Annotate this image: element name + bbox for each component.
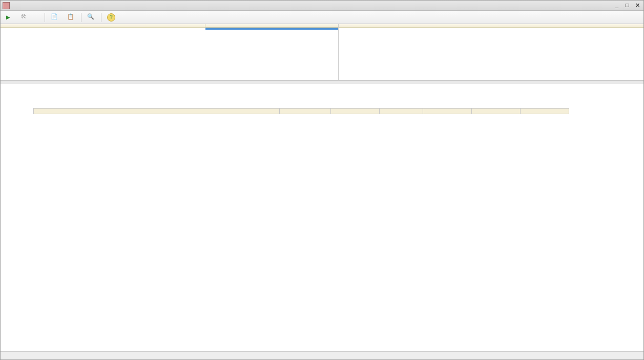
param-header-date — [205, 24, 338, 27]
parameter-value-selected[interactable] — [205, 28, 338, 30]
filter-header — [339, 24, 643, 28]
constructor-button[interactable]: 🛠 — [17, 12, 34, 23]
col-days — [380, 109, 423, 114]
parameter-name — [1, 28, 205, 30]
toolbar-separator — [101, 13, 101, 22]
horizontal-scrollbar[interactable] — [1, 351, 643, 359]
maximize-button[interactable]: □ — [623, 2, 631, 9]
toolbar: ▶ 🛠 📄 📋 🔍 ? — [1, 11, 643, 24]
report-area[interactable] — [1, 83, 643, 351]
parameters-panel — [1, 24, 339, 80]
parameters-header — [1, 24, 338, 28]
report-table — [33, 108, 569, 114]
col-sum — [280, 109, 331, 114]
form-button[interactable]: ▶ — [3, 13, 16, 22]
title-bar: _ □ ✕ — [1, 1, 643, 11]
report-parameters — [33, 95, 643, 108]
param-header-name — [1, 24, 205, 27]
toolbar-separator — [81, 13, 81, 22]
filter-panel — [339, 24, 643, 80]
app-icon — [3, 2, 10, 9]
parameters-region — [1, 24, 643, 80]
settings-button[interactable] — [35, 16, 43, 19]
col-ov31 — [423, 109, 472, 114]
col-paydate — [331, 109, 380, 114]
tool-icon-2[interactable]: 📋 — [64, 12, 79, 23]
tool-icon-3[interactable]: 🔍 — [84, 12, 99, 23]
toolbar-separator — [45, 13, 45, 22]
tree-gutter — [3, 86, 33, 114]
parameter-row[interactable] — [1, 28, 338, 30]
help-button[interactable]: ? — [103, 12, 119, 23]
tool-icon-1[interactable]: 📄 — [47, 12, 63, 23]
report-title — [33, 86, 643, 95]
close-button[interactable]: ✕ — [633, 2, 641, 9]
minimize-button[interactable]: _ — [613, 2, 621, 9]
app-window: _ □ ✕ ▶ 🛠 📄 📋 🔍 ? — [0, 0, 644, 360]
col-ovrest — [521, 109, 569, 114]
col-org — [34, 109, 280, 114]
col-ov61 — [472, 109, 521, 114]
